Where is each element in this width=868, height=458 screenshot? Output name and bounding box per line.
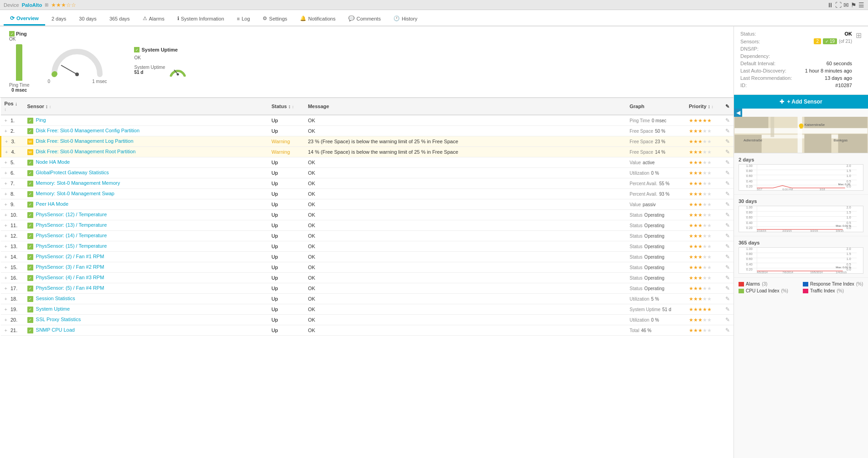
cell-edit[interactable]: ✎ xyxy=(722,178,734,189)
edit-icon[interactable]: ✎ xyxy=(725,201,730,208)
edit-icon[interactable]: ✎ xyxy=(725,191,730,197)
cell-edit[interactable]: ✎ xyxy=(722,294,734,304)
sensor-name[interactable]: System Uptime xyxy=(36,306,70,312)
cell-edit[interactable]: ✎ xyxy=(722,136,734,147)
edit-icon[interactable]: ✎ xyxy=(725,159,730,166)
cell-edit[interactable]: ✎ xyxy=(722,231,734,241)
sensor-name[interactable]: Memory: Slot-0 Management Swap xyxy=(36,191,114,196)
sensor-name[interactable]: Disk Free: Slot-0 Management Config Part… xyxy=(36,128,140,133)
edit-icon[interactable]: ✎ xyxy=(725,254,730,260)
drag-handle[interactable]: + xyxy=(5,275,7,281)
drag-handle[interactable]: + xyxy=(5,202,7,207)
edit-icon[interactable]: ✎ xyxy=(725,296,730,302)
drag-handle[interactable]: + xyxy=(5,212,7,218)
sensor-name[interactable]: Session Statistics xyxy=(36,296,75,301)
drag-handle[interactable]: + xyxy=(5,244,7,249)
drag-handle[interactable]: + xyxy=(5,233,7,239)
drag-handle[interactable]: + xyxy=(5,254,7,260)
tab-overview[interactable]: ⟳ Overview xyxy=(4,12,45,26)
cell-edit[interactable]: ✎ xyxy=(722,315,734,325)
cell-edit[interactable]: ✎ xyxy=(722,199,734,210)
tab-comments[interactable]: 💬 Comments xyxy=(342,13,387,26)
sensor-name[interactable]: PhysSensor: (2) / Fan #1 RPM xyxy=(36,254,104,259)
sensor-name[interactable]: Disk Free: Slot-0 Management Root Partit… xyxy=(36,149,136,154)
sensor-name[interactable]: PhysSensor: (14) / Temperature xyxy=(36,233,107,238)
edit-icon[interactable]: ✎ xyxy=(725,233,730,239)
cell-edit[interactable]: ✎ xyxy=(722,252,734,262)
sensor-name[interactable]: PhysSensor: (3) / Fan #2 RPM xyxy=(36,264,104,270)
edit-icon[interactable]: ✎ xyxy=(725,138,730,145)
drag-handle[interactable]: + xyxy=(5,265,7,270)
edit-icon[interactable]: ✎ xyxy=(725,222,730,229)
sensor-name[interactable]: Disk Free: Slot-0 Management Log Partiti… xyxy=(36,138,134,144)
tab-30days[interactable]: 30 days xyxy=(72,13,103,26)
edit-icon[interactable]: ✎ xyxy=(725,180,730,187)
th-priority[interactable]: Priority ↕ xyxy=(685,98,722,115)
tab-log[interactable]: ≡ Log xyxy=(231,13,257,26)
sensor-name[interactable]: SNMP CPU Load xyxy=(36,327,75,333)
add-sensor-button[interactable]: ✚ + Add Sensor xyxy=(734,95,868,109)
drag-handle[interactable]: + xyxy=(5,286,7,291)
tb-icon-4[interactable]: ⚑ xyxy=(851,1,857,9)
th-edit[interactable]: ✎ xyxy=(722,98,734,115)
edit-icon[interactable]: ✎ xyxy=(725,317,730,323)
tb-icon-1[interactable]: ⏸ xyxy=(827,1,833,9)
cell-edit[interactable]: ✎ xyxy=(722,210,734,220)
sensor-name[interactable]: PhysSensor: (4) / Fan #3 RPM xyxy=(36,275,104,280)
edit-icon[interactable]: ✎ xyxy=(725,285,730,291)
tab-2days[interactable]: 2 days xyxy=(45,13,72,26)
cell-edit[interactable]: ✎ xyxy=(722,262,734,273)
drag-handle[interactable]: + xyxy=(5,170,7,176)
sensor-name[interactable]: PhysSensor: (15) / Temperature xyxy=(36,243,107,249)
tb-icon-2[interactable]: ⛶ xyxy=(835,1,842,9)
drag-handle[interactable]: + xyxy=(5,328,7,333)
edit-icon[interactable]: ✎ xyxy=(725,117,730,124)
drag-handle[interactable]: + xyxy=(5,223,7,228)
tb-icon-3[interactable]: ✉ xyxy=(843,1,849,9)
sensor-name[interactable]: Peer HA Mode xyxy=(36,201,69,207)
tab-notifications[interactable]: 🔔 Notifications xyxy=(294,13,342,26)
cell-edit[interactable]: ✎ xyxy=(722,273,734,283)
grid-icon[interactable]: ⊞ xyxy=(856,31,862,40)
tab-alarms[interactable]: ⚠ Alarms xyxy=(136,13,171,26)
drag-handle[interactable]: + xyxy=(5,317,7,323)
sensor-name[interactable]: Memory: Slot-0 Management Memory xyxy=(36,180,120,186)
drag-handle[interactable]: + xyxy=(5,118,7,123)
cell-edit[interactable]: ✎ xyxy=(722,115,734,126)
cell-edit[interactable]: ✎ xyxy=(722,325,734,336)
drag-handle[interactable]: + xyxy=(5,181,7,186)
sensor-name[interactable]: PhysSensor: (5) / Fan #4 RPM xyxy=(36,285,104,291)
th-sensor[interactable]: Sensor ↕ xyxy=(24,98,268,115)
cell-edit[interactable]: ✎ xyxy=(722,283,734,294)
sensor-name[interactable]: Ping xyxy=(36,117,46,123)
cell-edit[interactable]: ✎ xyxy=(722,220,734,231)
tab-history[interactable]: 🕐 History xyxy=(387,13,424,26)
sensor-name[interactable]: SSL Proxy Statistics xyxy=(36,317,81,322)
tab-sysinfo[interactable]: ℹ System Information xyxy=(171,13,231,26)
th-pos[interactable]: Pos ↓ xyxy=(1,98,24,115)
tab-365days[interactable]: 365 days xyxy=(103,13,136,26)
drag-handle[interactable]: + xyxy=(5,307,7,312)
tb-icon-5[interactable]: ☰ xyxy=(858,1,864,9)
tab-settings[interactable]: ⚙ Settings xyxy=(256,13,294,26)
drag-handle[interactable]: + xyxy=(5,128,7,134)
drag-handle[interactable]: + xyxy=(5,296,7,302)
cell-edit[interactable]: ✎ xyxy=(722,157,734,168)
edit-icon[interactable]: ✎ xyxy=(725,128,730,134)
edit-icon[interactable]: ✎ xyxy=(725,275,730,281)
sensor-name[interactable]: GlobalProtect Gateway Statistics xyxy=(36,170,109,175)
cell-edit[interactable]: ✎ xyxy=(722,147,734,157)
drag-handle[interactable]: + xyxy=(5,191,7,197)
edit-icon[interactable]: ✎ xyxy=(725,264,730,271)
device-stars[interactable]: ★★★☆☆ xyxy=(51,2,76,8)
drag-handle[interactable]: + xyxy=(5,149,8,155)
th-status[interactable]: Status ↕ xyxy=(268,98,304,115)
drag-handle[interactable]: + xyxy=(5,139,8,144)
cell-edit[interactable]: ✎ xyxy=(722,189,734,199)
sidebar-nav-arrow[interactable]: ◀ xyxy=(734,109,742,117)
cell-edit[interactable]: ✎ xyxy=(722,126,734,136)
cell-edit[interactable]: ✎ xyxy=(722,241,734,252)
cell-edit[interactable]: ✎ xyxy=(722,304,734,315)
edit-icon[interactable]: ✎ xyxy=(725,149,730,155)
device-name[interactable]: PaloAlto xyxy=(22,2,42,8)
